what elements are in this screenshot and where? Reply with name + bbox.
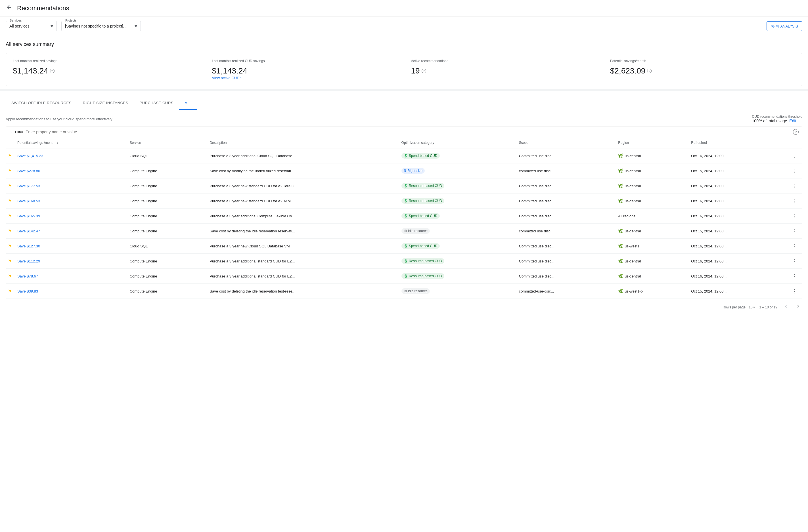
tab-all[interactable]: ALL	[179, 97, 198, 110]
active-recommendations-value: 19	[411, 66, 420, 75]
flag-cell: ⚑	[6, 209, 15, 224]
savings-cell[interactable]: Save $165.39	[15, 209, 127, 224]
region-leaf-icon: 🌿	[618, 198, 623, 203]
save-link[interactable]: Save $177.53	[17, 184, 40, 188]
region-leaf-icon: 🌿	[618, 274, 623, 278]
scope-cell: Committed use disc...	[517, 148, 616, 164]
save-link[interactable]: Save $39.83	[17, 289, 38, 293]
savings-cell[interactable]: Save $39.83	[15, 284, 127, 299]
active-recommendations-info-icon[interactable]: ?	[422, 69, 426, 73]
table-row: ⚑ Save $177.53 Compute Engine Purchase a…	[6, 178, 802, 193]
more-button[interactable]: ⋮	[790, 242, 799, 250]
table-row: ⚑ Save $165.39 Compute Engine Purchase a…	[6, 209, 802, 224]
save-link[interactable]: Save $278.80	[17, 169, 40, 173]
more-cell[interactable]: ⋮	[788, 269, 802, 284]
scope-cell: Committed use disc...	[517, 193, 616, 209]
save-link[interactable]: Save $165.39	[17, 214, 40, 218]
view-active-cuds-link[interactable]: View active CUDs	[212, 76, 241, 80]
cud-edit-link[interactable]: Edit	[789, 119, 796, 123]
rows-per-page-label: Rows per page:	[722, 305, 747, 309]
realized-savings-info-icon[interactable]: ?	[50, 69, 55, 73]
more-cell[interactable]: ⋮	[788, 224, 802, 239]
filter-input[interactable]	[25, 130, 791, 134]
scope-cell: Committed use disc...	[517, 178, 616, 193]
service-cell: Compute Engine	[127, 178, 207, 193]
service-cell: Compute Engine	[127, 209, 207, 224]
more-button[interactable]: ⋮	[790, 182, 799, 190]
save-link[interactable]: Save $127.30	[17, 244, 40, 248]
flag-icon: ⚑	[8, 184, 12, 188]
services-chevron-icon: ▾	[51, 23, 53, 29]
tab-right-size-instances[interactable]: RIGHT SIZE INSTANCES	[77, 97, 134, 110]
savings-cell[interactable]: Save $78.67	[15, 269, 127, 284]
region-cell: 🌿 us-central	[616, 178, 689, 193]
potential-savings-card: Potential savings/month $2,623.09 ?	[603, 53, 802, 86]
more-cell[interactable]: ⋮	[788, 193, 802, 209]
pagination: Rows per page: 10 ▾ 1 – 10 of 19	[6, 299, 802, 315]
more-button[interactable]: ⋮	[790, 272, 799, 280]
filter-help-icon[interactable]: ?	[793, 129, 798, 135]
cud-threshold: CUD recommendations threshold 100% of to…	[752, 115, 802, 123]
region-leaf-icon: 🌿	[618, 244, 623, 248]
more-cell[interactable]: ⋮	[788, 284, 802, 299]
category-cell: 🖥 Idle resource	[399, 284, 517, 299]
col-header-service: Service	[127, 137, 207, 148]
save-link[interactable]: Save $1,415.23	[17, 154, 43, 158]
more-button[interactable]: ⋮	[790, 197, 799, 205]
scope-cell: Committed use disc...	[517, 269, 616, 284]
more-button[interactable]: ⋮	[790, 212, 799, 220]
services-filter[interactable]: Services All services ▾	[6, 21, 57, 31]
more-cell[interactable]: ⋮	[788, 178, 802, 193]
description-cell: Purchase a 3 year new Cloud SQL Database…	[207, 239, 399, 254]
region-cell: 🌿 us-west1-b	[616, 284, 689, 299]
save-link[interactable]: Save $112.29	[17, 259, 40, 263]
category-badge: 💲 Spend-based CUD	[401, 213, 440, 219]
service-cell: Compute Engine	[127, 164, 207, 178]
save-link[interactable]: Save $78.67	[17, 274, 38, 278]
more-cell[interactable]: ⋮	[788, 254, 802, 269]
more-button[interactable]: ⋮	[790, 167, 799, 175]
refreshed-cell: Oct 15, 2024, 12:00...	[689, 224, 788, 239]
savings-cell[interactable]: Save $112.29	[15, 254, 127, 269]
filter-label: Filter	[15, 130, 23, 134]
percent-icon: %	[771, 24, 774, 28]
col-header-savings[interactable]: Potential savings /month ↓	[15, 137, 127, 148]
more-cell[interactable]: ⋮	[788, 239, 802, 254]
savings-cell[interactable]: Save $177.53	[15, 178, 127, 193]
tab-switch-off-idle-resources[interactable]: SWITCH OFF IDLE RESOURCES	[6, 97, 77, 110]
more-button[interactable]: ⋮	[790, 152, 799, 160]
category-cell: 💲 Spend-based CUD	[399, 239, 517, 254]
savings-cell[interactable]: Save $127.30	[15, 239, 127, 254]
save-link[interactable]: Save $168.53	[17, 199, 40, 203]
tab-purchase-cuds[interactable]: PURCHASE CUDS	[134, 97, 179, 110]
page-title: Recommendations	[17, 4, 69, 12]
projects-value: [Savings not specific to a project], ...	[65, 24, 132, 28]
next-page-button[interactable]	[794, 302, 802, 312]
active-recommendations-label: Active recommendations	[411, 59, 596, 63]
back-button[interactable]	[6, 4, 13, 12]
savings-cell[interactable]: Save $1,415.23	[15, 148, 127, 164]
prev-page-button[interactable]	[782, 302, 790, 312]
region-cell: 🌿 us-central	[616, 269, 689, 284]
more-button[interactable]: ⋮	[790, 227, 799, 235]
potential-savings-info-icon[interactable]: ?	[647, 69, 651, 73]
savings-cell[interactable]: Save $278.80	[15, 164, 127, 178]
more-cell[interactable]: ⋮	[788, 148, 802, 164]
category-cell: 💲 Resource-based CUD	[399, 254, 517, 269]
category-badge: 🖥 Idle resource	[401, 288, 430, 294]
potential-savings-value: $2,623.09	[610, 66, 646, 75]
service-cell: Compute Engine	[127, 269, 207, 284]
projects-filter[interactable]: Projects [Savings not specific to a proj…	[61, 21, 141, 31]
rows-per-page-select[interactable]: 10 ▾	[749, 305, 755, 309]
table-row: ⚑ Save $142.47 Compute Engine Save cost …	[6, 224, 802, 239]
more-button[interactable]: ⋮	[790, 257, 799, 265]
savings-cell[interactable]: Save $142.47	[15, 224, 127, 239]
save-link[interactable]: Save $142.47	[17, 229, 40, 233]
analysis-button[interactable]: % % ANALYSIS	[767, 21, 802, 31]
more-button[interactable]: ⋮	[790, 287, 799, 296]
more-cell[interactable]: ⋮	[788, 209, 802, 224]
description-cell: Purchase a 3 year new standard CUD for A…	[207, 178, 399, 193]
savings-cell[interactable]: Save $168.53	[15, 193, 127, 209]
more-cell[interactable]: ⋮	[788, 164, 802, 178]
region-cell: 🌿 us-central	[616, 224, 689, 239]
